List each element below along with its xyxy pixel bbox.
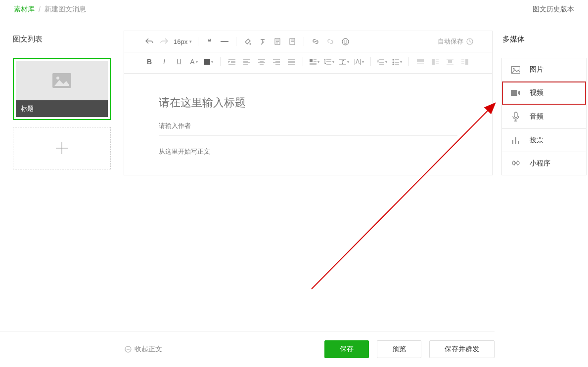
unlink-button[interactable]	[324, 35, 337, 48]
media-item-label: 音频	[530, 112, 543, 121]
preview-button[interactable]: 预览	[377, 340, 421, 358]
clock-icon	[466, 38, 473, 45]
align-center-icon	[258, 59, 265, 65]
breadcrumb-root-link[interactable]: 素材库	[14, 5, 35, 14]
toolbar-row-1: 16px ▾ ❝	[124, 31, 492, 52]
collapse-label: 收起正文	[135, 345, 162, 354]
svg-point-13	[342, 39, 349, 45]
toolbar-separator	[236, 37, 236, 46]
img-float-center-button[interactable]	[444, 55, 456, 68]
media-item-vote[interactable]: 投票	[502, 129, 586, 152]
img-float-icon	[432, 59, 439, 65]
align-right-icon	[273, 59, 280, 65]
autosave-indicator: 自动保存	[438, 37, 473, 46]
author-input[interactable]	[159, 122, 457, 129]
history-link[interactable]: 图文历史版本	[533, 5, 574, 14]
undo-button[interactable]	[143, 35, 156, 48]
content-input[interactable]	[159, 148, 457, 155]
doc-icon	[274, 38, 281, 45]
media-item-audio[interactable]: 音频	[502, 105, 586, 129]
audio-icon	[511, 112, 521, 122]
underline-button[interactable]: U	[173, 55, 185, 68]
article-card[interactable]: 标题	[13, 58, 111, 120]
svg-point-15	[346, 41, 347, 41]
paint-icon	[244, 38, 251, 45]
img-float-none-button[interactable]	[414, 55, 427, 68]
editor-panel: 16px ▾ ❝	[124, 31, 493, 175]
italic-button[interactable]: I	[158, 55, 171, 68]
save-and-send-button[interactable]: 保存并群发	[429, 340, 495, 358]
save-button[interactable]: 保存	[324, 340, 369, 358]
float-icon	[310, 59, 317, 65]
paint-button[interactable]	[241, 35, 254, 48]
svg-point-56	[393, 64, 394, 65]
toolbar-separator	[198, 37, 198, 46]
svg-rect-37	[310, 59, 313, 62]
format-button-1[interactable]	[271, 35, 284, 48]
media-item-video[interactable]: 视频	[502, 82, 586, 105]
svg-rect-73	[511, 90, 517, 96]
autosave-label: 自动保存	[438, 37, 463, 46]
img-float-icon	[447, 59, 453, 65]
ordered-list-button[interactable]: 12▾	[376, 55, 389, 68]
hr-icon	[221, 41, 228, 42]
collapse-button[interactable]: 收起正文	[125, 345, 162, 354]
article-card-title: 标题	[16, 100, 108, 117]
media-item-miniprogram[interactable]: 小程序	[502, 152, 586, 175]
indent-button[interactable]	[226, 55, 238, 68]
letter-spacing-button[interactable]: |A|▾	[353, 55, 365, 68]
link-button[interactable]	[309, 35, 322, 48]
bg-color-button[interactable]: ▾	[202, 55, 215, 68]
align-left-button[interactable]	[240, 55, 253, 68]
align-center-button[interactable]	[255, 55, 268, 68]
spacing-button[interactable]: ▾	[338, 55, 351, 68]
float-button[interactable]: ▾	[308, 55, 321, 68]
svg-rect-60	[432, 59, 435, 65]
miniprogram-icon	[511, 159, 521, 168]
svg-point-5	[250, 43, 251, 45]
font-size-value: 16px	[174, 38, 187, 45]
toolbar-separator	[220, 57, 221, 66]
align-left-icon	[243, 59, 250, 65]
line-height-button[interactable]: ▾	[323, 55, 336, 68]
svg-rect-74	[514, 112, 517, 118]
align-right-button[interactable]	[270, 55, 283, 68]
vote-icon	[511, 136, 521, 144]
img-float-right-button[interactable]	[458, 55, 471, 68]
plus-icon	[54, 141, 69, 156]
emoji-button[interactable]	[339, 35, 352, 48]
horizontal-rule-button[interactable]	[218, 35, 231, 48]
ol-icon: 12	[377, 59, 384, 65]
font-size-select[interactable]: 16px ▾	[173, 38, 193, 45]
img-float-left-button[interactable]	[429, 55, 442, 68]
media-item-image[interactable]: 图片	[502, 58, 586, 82]
line-height-icon	[324, 59, 331, 65]
redo-button[interactable]	[158, 35, 171, 48]
add-article-button[interactable]	[13, 127, 111, 169]
breadcrumb-current: 新建图文消息	[45, 5, 86, 14]
bold-button[interactable]: B	[143, 55, 156, 68]
breadcrumb: 素材库 / 新建图文消息 图文历史版本	[0, 0, 588, 21]
media-item-label: 小程序	[530, 159, 550, 168]
toolbar-separator	[304, 37, 304, 46]
video-icon	[511, 89, 521, 96]
image-icon	[511, 66, 521, 74]
blockquote-button[interactable]: ❝	[203, 35, 216, 48]
footer-bar: 收起正文 保存 预览 保存并群发	[0, 331, 495, 367]
align-justify-button[interactable]	[285, 55, 298, 68]
svg-rect-65	[448, 60, 452, 63]
media-list: 图片 视频 音频 投票	[501, 58, 587, 175]
text-color-button[interactable]: A▾	[187, 55, 200, 68]
clear-format-button[interactable]	[256, 35, 269, 48]
svg-point-1	[56, 77, 59, 80]
indent-icon	[228, 59, 235, 65]
format-button-2[interactable]	[286, 35, 299, 48]
title-input[interactable]	[159, 93, 457, 112]
svg-point-72	[513, 68, 515, 69]
svg-text:2: 2	[377, 61, 379, 64]
media-item-label: 投票	[530, 136, 543, 145]
img-float-icon	[461, 59, 468, 65]
align-justify-icon	[288, 59, 295, 65]
link-icon	[312, 38, 319, 45]
unordered-list-button[interactable]: ▾	[391, 55, 404, 68]
